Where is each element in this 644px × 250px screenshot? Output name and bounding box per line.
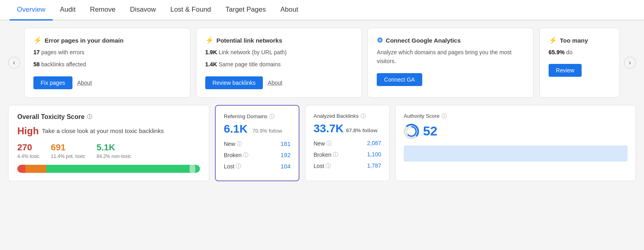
card-error-pages: ⚡ Error pages in your domain 17 pages wi… (24, 28, 190, 98)
card-too-many-actions: Review (549, 64, 611, 77)
referring-info-icon[interactable]: ⓘ (269, 113, 275, 120)
analyzed-rows: New ⓘ 2,087 Broken ⓘ 1,100 Lost ⓘ (314, 140, 381, 170)
connect-ga-button[interactable]: Connect GA (377, 73, 422, 86)
card-error-pages-stat2: 58 backlinks affected (33, 60, 181, 69)
card-too-many-stat1: 65.9% do (549, 48, 611, 57)
nav-item-overview[interactable]: Overview (10, 0, 53, 20)
progress-green (46, 165, 200, 173)
main-content: ‹ ⚡ Error pages in your domain 17 pages … (0, 20, 644, 189)
review-button[interactable]: Review (549, 64, 582, 77)
cards-container: ⚡ Error pages in your domain 17 pages wi… (24, 28, 620, 98)
error-pages-about-link[interactable]: About (77, 80, 92, 86)
card-link-networks-stat2: 1.4K Same page title domains (205, 60, 353, 69)
toxicity-stat-pot-toxic: 691 11.4% pot. toxic (51, 142, 85, 159)
referring-rows: New ⓘ 181 Broken ⓘ 192 Lost ⓘ (224, 140, 291, 170)
cards-wrapper: ‹ ⚡ Error pages in your domain 17 pages … (8, 28, 636, 98)
nav-item-lost-found[interactable]: Lost & Found (163, 0, 218, 20)
authority-info-icon[interactable]: ⓘ (442, 113, 447, 120)
authority-score-title: Authority Score ⓘ (404, 113, 627, 120)
analyzed-backlinks-card: Analyzed Backlinks ⓘ 33.7K 67.8% follow … (305, 105, 390, 181)
analyzed-broken-info-icon[interactable]: ⓘ (333, 151, 338, 158)
card-google-analytics-desc: Analyze which domains and pages bring yo… (377, 48, 524, 66)
nav-item-remove[interactable]: Remove (83, 0, 123, 20)
chevron-left-icon: ‹ (13, 59, 15, 66)
nav-item-about[interactable]: About (273, 0, 305, 20)
toxicity-stat-toxic: 270 4.4% toxic (17, 142, 39, 159)
toxicity-stats: 270 4.4% toxic 691 11.4% pot. toxic 5.1K… (17, 142, 200, 159)
referring-row-lost: Lost ⓘ 104 (224, 163, 291, 170)
card-error-pages-stat1: 17 pages with errors (33, 48, 181, 57)
authority-score-number: 52 (423, 124, 438, 139)
bottom-section: Overall Toxicity Score ⓘ High Take a clo… (8, 105, 636, 181)
nav-item-audit[interactable]: Audit (53, 0, 83, 20)
card-too-many: ⚡ Too many 65.9% do Review (539, 28, 620, 98)
card-error-pages-title: ⚡ Error pages in your domain (33, 36, 181, 45)
analyzed-info-icon[interactable]: ⓘ (361, 113, 366, 120)
referring-row-broken: Broken ⓘ 192 (224, 152, 291, 159)
toxicity-title: Overall Toxicity Score ⓘ (17, 113, 200, 121)
analyzed-row-broken: Broken ⓘ 1,100 (314, 151, 381, 158)
referring-broken-info-icon[interactable]: ⓘ (243, 152, 248, 159)
progress-red (17, 165, 25, 173)
referring-new-info-icon[interactable]: ⓘ (237, 140, 242, 148)
authority-chart (404, 145, 627, 162)
analyzed-backlinks-title: Analyzed Backlinks ⓘ (314, 113, 381, 120)
toxicity-card: Overall Toxicity Score ⓘ High Take a clo… (8, 105, 209, 181)
referring-domains-title: Referring Domains ⓘ (224, 113, 291, 120)
authority-score-circle (404, 124, 419, 139)
analyzed-new-info-icon[interactable]: ⓘ (326, 140, 332, 147)
analyzed-row-new: New ⓘ 2,087 (314, 140, 381, 147)
progress-orange (25, 165, 46, 173)
analyzed-row-lost: Lost ⓘ 1,787 (314, 162, 381, 170)
card-link-networks-stat1: 1.9K Link network (by URL path) (205, 48, 353, 57)
chevron-right-icon: › (629, 59, 631, 66)
toxicity-stat-non-toxic: 5.1K 84.2% non-toxic (97, 142, 131, 159)
nav-item-disavow[interactable]: Disavow (123, 0, 163, 20)
referring-row-new: New ⓘ 181 (224, 140, 291, 148)
card-link-networks-title: ⚡ Potential link networks (205, 36, 353, 45)
lightning-icon: ⚡ (33, 36, 42, 45)
authority-score-card: Authority Score ⓘ 52 (395, 105, 636, 181)
toxicity-level: High Take a close look at your most toxi… (17, 125, 200, 137)
card-google-analytics-title: ⚙ Connect Google Analytics (377, 36, 524, 45)
authority-score-row: 52 (404, 124, 627, 139)
fix-pages-button[interactable]: Fix pages (33, 76, 72, 89)
referring-lost-info-icon[interactable]: ⓘ (236, 163, 241, 170)
toxicity-progress-bar (17, 165, 200, 173)
card-link-networks: ⚡ Potential link networks 1.9K Link netw… (196, 28, 362, 98)
referring-domains-card: Referring Domains ⓘ 6.1K 70.9% follow Ne… (215, 105, 299, 181)
gear-icon: ⚙ (377, 36, 383, 45)
card-too-many-title: ⚡ Too many (549, 36, 611, 45)
carousel-prev-button[interactable]: ‹ (8, 57, 20, 69)
lightning-icon-2: ⚡ (205, 36, 214, 45)
card-error-pages-actions: Fix pages About (33, 76, 181, 89)
analyzed-main-num: 33.7K 67.8% follow (314, 122, 381, 135)
review-backlinks-button[interactable]: Review backlinks (205, 76, 263, 89)
nav-bar: Overview Audit Remove Disavow Lost & Fou… (0, 0, 644, 20)
nav-item-target-pages[interactable]: Target Pages (218, 0, 273, 20)
link-networks-about-link[interactable]: About (268, 80, 283, 86)
card-link-networks-actions: Review backlinks About (205, 76, 353, 89)
carousel-next-button[interactable]: › (624, 57, 636, 69)
card-google-analytics-actions: Connect GA (377, 73, 524, 86)
lightning-icon-3: ⚡ (549, 36, 557, 45)
analyzed-lost-info-icon[interactable]: ⓘ (326, 162, 331, 170)
referring-follow-pct: 70.9% follow (252, 128, 282, 134)
toxicity-info-icon[interactable]: ⓘ (87, 113, 92, 121)
progress-notch (190, 165, 195, 173)
card-google-analytics: ⚙ Connect Google Analytics Analyze which… (367, 28, 534, 98)
referring-main-num: 6.1K (224, 123, 248, 135)
